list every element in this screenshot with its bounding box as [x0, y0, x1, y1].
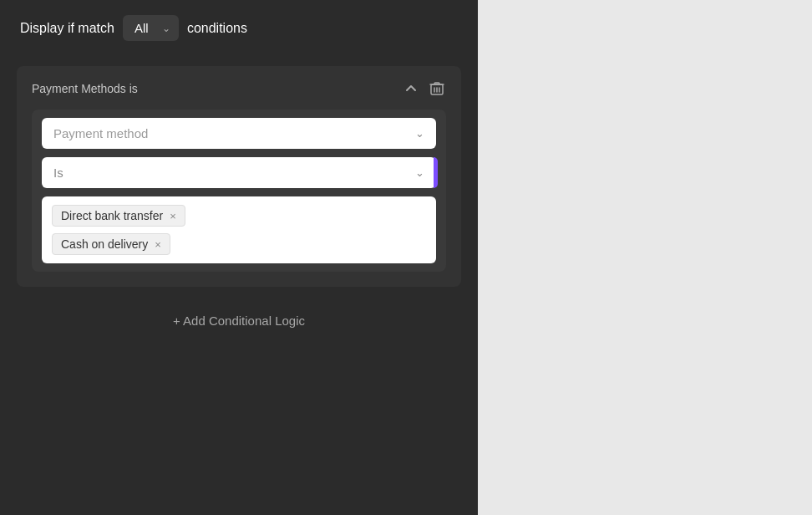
condition-title: Payment Methods is — [32, 82, 138, 95]
tag-label: Cash on delivery — [61, 237, 148, 251]
condition-actions — [403, 79, 446, 98]
tag-row-1: Cash on delivery × — [52, 233, 426, 255]
tag-direct-bank-transfer: Direct bank transfer × — [52, 205, 185, 227]
condition-block: Payment Methods is — [17, 66, 461, 287]
left-panel: Display if match All ⌄ conditions Paymen… — [0, 0, 478, 515]
tag-label: Direct bank transfer — [61, 209, 163, 222]
all-dropdown[interactable]: All — [123, 15, 179, 41]
tag-cash-on-delivery: Cash on delivery × — [52, 233, 170, 255]
header-bar: Display if match All ⌄ conditions — [0, 0, 478, 56]
payment-method-dropdown[interactable]: Payment method ⌄ — [42, 118, 436, 149]
payment-method-placeholder: Payment method — [53, 126, 148, 140]
all-dropdown-wrapper[interactable]: All ⌄ — [123, 15, 179, 41]
collapse-button[interactable] — [403, 80, 419, 97]
payment-method-chevron-icon: ⌄ — [415, 127, 424, 140]
is-value: Is — [53, 166, 63, 180]
add-conditional-logic-button[interactable]: + Add Conditional Logic — [0, 300, 478, 341]
is-dropdown[interactable]: Is ⌄ — [42, 157, 436, 188]
tag-row-0: Direct bank transfer × — [52, 205, 426, 227]
conditions-label: conditions — [187, 21, 247, 36]
purple-accent-bar — [434, 157, 438, 188]
remove-cash-on-delivery-button[interactable]: × — [155, 239, 161, 250]
inner-condition-box: Payment method ⌄ Is ⌄ Direct bank transf… — [32, 110, 446, 272]
condition-header: Payment Methods is — [32, 79, 446, 98]
display-if-match-label: Display if match — [20, 21, 114, 36]
is-chevron-icon: ⌄ — [415, 166, 424, 179]
delete-condition-button[interactable] — [428, 79, 446, 98]
right-panel — [478, 0, 812, 515]
remove-direct-bank-transfer-button[interactable]: × — [170, 211, 176, 222]
is-dropdown-wrapper: Is ⌄ — [42, 157, 436, 188]
tags-container: Direct bank transfer × Cash on delivery … — [42, 196, 436, 263]
